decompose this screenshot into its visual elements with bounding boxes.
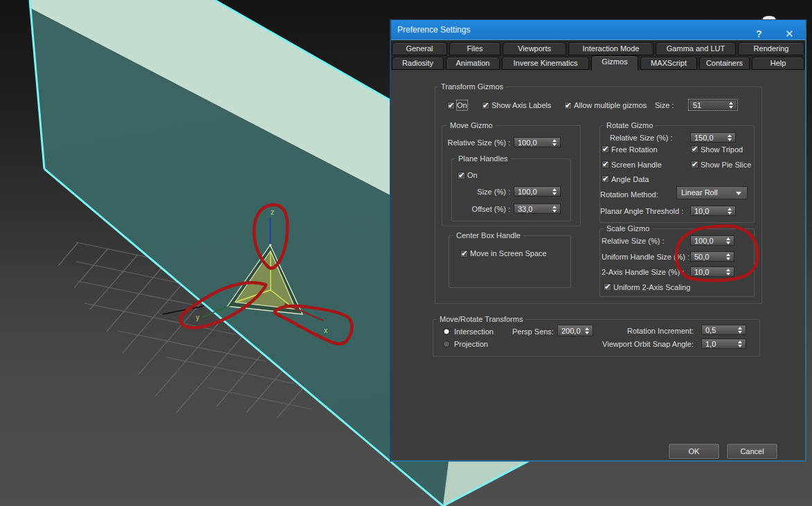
svg-text:y: y: [196, 314, 199, 321]
svg-text:x: x: [324, 327, 327, 334]
svg-text:z: z: [271, 208, 274, 216]
